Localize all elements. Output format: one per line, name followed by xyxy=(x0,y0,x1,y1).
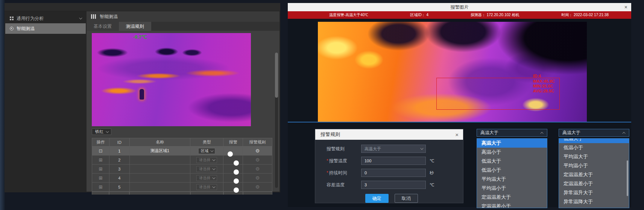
rule-dropdown-2: 高温大于 低温大于 低温小于 平均温大于 平均温小于 定温温差大于 定温温差小于… xyxy=(559,129,629,208)
option-item-clipped[interactable]: 定温温差小于 xyxy=(477,202,547,208)
alarm-rule-gear-icon[interactable]: ⚙ xyxy=(255,157,260,163)
col-type: 类型 xyxy=(190,138,223,147)
vertical-scrollbar[interactable] xyxy=(275,53,278,188)
close-icon[interactable]: × xyxy=(624,3,627,11)
type-select[interactable]: 区域 xyxy=(198,148,215,154)
table-row: ⊞ 3 请选择 ⚙ xyxy=(92,165,272,174)
row-id: 4 xyxy=(109,174,129,183)
alarm-rule-gear-icon[interactable]: ⚙ xyxy=(255,148,260,154)
add-region-icon[interactable]: ⊞ xyxy=(99,175,102,181)
duration-label: 持续时间 xyxy=(327,170,361,176)
add-region-icon[interactable]: ⊞ xyxy=(99,157,102,163)
config-window-topbar xyxy=(5,3,280,11)
config-window: 通用行为分析 智能测温 智能测温 基本设置 测温规则 -9.7℃ xyxy=(5,3,280,192)
thermal-preview-image[interactable]: -9.7℃ xyxy=(92,33,251,126)
row-name xyxy=(129,165,190,174)
chevron-up-icon xyxy=(540,132,543,135)
row-name xyxy=(129,183,190,192)
dropdown-options-panel: 高温大于 高温小于 低温大于 低温小于 平均温大于 平均温小于 定温温差大于 定… xyxy=(477,138,547,208)
grid-icon xyxy=(10,17,14,20)
alarm-time-text: 时间： 2022-03-02 17:21:38 xyxy=(561,12,609,18)
alarm-type-text: 温度报警-高温大于40℃ xyxy=(329,12,368,18)
option-item[interactable]: 定温温差大于 xyxy=(477,193,547,202)
person-silhouette xyxy=(140,89,144,100)
tab-bar: 基本设置 测温规则 xyxy=(87,22,279,31)
cancel-button[interactable]: 取消 xyxy=(395,194,418,203)
region-max-text: MAX:45.8C xyxy=(533,79,554,84)
option-item[interactable]: 平均温小于 xyxy=(477,184,547,193)
table-header-row: 操作 ID 名称 类型 报警 报警规则 xyxy=(92,138,272,147)
sidebar-item-smart-thermometry[interactable]: 智能测温 xyxy=(5,23,86,34)
option-item[interactable]: 高温小于 xyxy=(477,148,547,157)
add-region-icon[interactable]: ⊞ xyxy=(99,184,102,190)
dialog-header: 报警规则 × xyxy=(315,129,463,140)
sidebar-item-label: 智能测温 xyxy=(17,26,81,32)
option-item[interactable]: 异常温升大于 xyxy=(559,188,629,197)
col-alarm: 报警 xyxy=(223,138,243,147)
alarm-image-area: ID:4 MAX:45.8C MIN:25.0C AVG:28.5C xyxy=(288,19,631,122)
row-id: 3 xyxy=(109,165,129,174)
region-avg-text: AVG:28.5C xyxy=(533,89,554,94)
rule-label: 报警规则 xyxy=(327,146,361,152)
temperature-overlay: -9.7℃ xyxy=(133,34,147,40)
option-item[interactable]: 定温温差大于 xyxy=(559,170,629,179)
type-select[interactable]: 请选择 xyxy=(196,184,217,190)
type-select[interactable]: 请选择 xyxy=(196,166,217,172)
alarm-rule-gear-icon[interactable]: ⚙ xyxy=(255,175,260,181)
type-select[interactable]: 请选择 xyxy=(196,175,217,181)
palette-select[interactable]: 铁红 xyxy=(92,128,111,135)
thermometry-icon xyxy=(10,27,14,30)
chevron-down-icon xyxy=(79,16,82,19)
alarm-window-titlebar: 报警图片 × xyxy=(288,3,631,11)
region-min-text: MIN:25.0C xyxy=(533,84,554,89)
region-draw-icon[interactable]: ⊡ xyxy=(99,148,102,154)
option-item[interactable]: 低温小于 xyxy=(559,143,629,152)
dialog-title: 报警规则 xyxy=(320,131,340,138)
option-item[interactable]: 异常温降大于 xyxy=(559,197,629,206)
alarm-rule-gear-icon[interactable]: ⚙ xyxy=(255,166,260,172)
option-item[interactable]: 定温温差小于 xyxy=(559,179,629,188)
row-name xyxy=(129,174,190,183)
col-alarm-rule: 报警规则 xyxy=(243,138,272,147)
type-select[interactable]: 请选择 xyxy=(196,157,217,163)
table-row: ⊡ 1 测温区域1 区域 ⚙ xyxy=(92,147,272,156)
chevron-up-icon xyxy=(622,132,625,135)
tolerance-label: 容差温度 xyxy=(327,182,361,188)
dropdown-options-panel: 低温大于 低温小于 平均温大于 平均温小于 定温温差大于 定温温差小于 异常温升… xyxy=(559,138,629,208)
rule-select[interactable]: 高温大于 xyxy=(361,145,426,153)
dropdown-value-box[interactable]: 高温大于 xyxy=(477,129,547,137)
alarm-window-title: 报警图片 xyxy=(451,4,469,11)
alarm-temp-label: 报警温度 xyxy=(327,158,361,164)
option-item[interactable]: 低温小于 xyxy=(477,166,547,175)
alarm-region-text: 区域ID： 4 xyxy=(410,12,428,18)
alarm-rule-gear-icon[interactable]: ⚙ xyxy=(255,184,260,190)
dropdown-scrollbar[interactable] xyxy=(627,160,628,196)
tolerance-input[interactable] xyxy=(361,181,426,189)
alarm-thermal-image: ID:4 MAX:45.8C MIN:25.0C AVG:28.5C xyxy=(318,22,587,122)
bottom-section: 报警规则 × 报警规则 高温大于 报警温度 ℃ xyxy=(288,123,631,207)
col-id: ID xyxy=(109,138,129,147)
dropdown-value-box[interactable]: 高温大于 xyxy=(559,129,629,137)
sidebar-item-behavior-analysis[interactable]: 通用行为分析 xyxy=(5,14,86,23)
panel-drag-icon[interactable] xyxy=(91,14,96,19)
alarm-temp-input[interactable] xyxy=(361,157,426,165)
sidebar-item-label: 通用行为分析 xyxy=(17,15,76,22)
confirm-button[interactable]: 确定 xyxy=(365,194,389,203)
option-item[interactable]: 平均温小于 xyxy=(559,161,629,170)
desktop: 通用行为分析 智能测温 智能测温 基本设置 测温规则 -9.7℃ xyxy=(0,0,644,210)
option-item[interactable]: 平均温大于 xyxy=(559,152,629,161)
row-id: 1 xyxy=(109,147,129,156)
duration-input[interactable] xyxy=(361,169,426,177)
tab-content: -9.7℃ 铁红 操作 ID 名称 类型 报 xyxy=(87,31,279,192)
region-measurement-overlay: ID:4 MAX:45.8C MIN:25.0C AVG:28.5C xyxy=(533,74,554,94)
option-item[interactable]: 低温大于 xyxy=(477,157,547,166)
close-icon[interactable]: × xyxy=(455,131,459,138)
add-region-icon[interactable]: ⊞ xyxy=(99,166,102,172)
palette-row: 铁红 xyxy=(92,128,279,135)
tab-thermometry-rules[interactable]: 测温规则 xyxy=(119,22,151,31)
option-item[interactable]: 高温大于 xyxy=(477,139,547,148)
option-item[interactable]: 平均温大于 xyxy=(477,175,547,184)
option-item-clipped[interactable]: 低温大于 xyxy=(559,139,629,143)
tab-basic-settings[interactable]: 基本设置 xyxy=(87,22,119,31)
alarm-rule-dialog: 报警规则 × 报警规则 高温大于 报警温度 ℃ xyxy=(315,129,463,203)
